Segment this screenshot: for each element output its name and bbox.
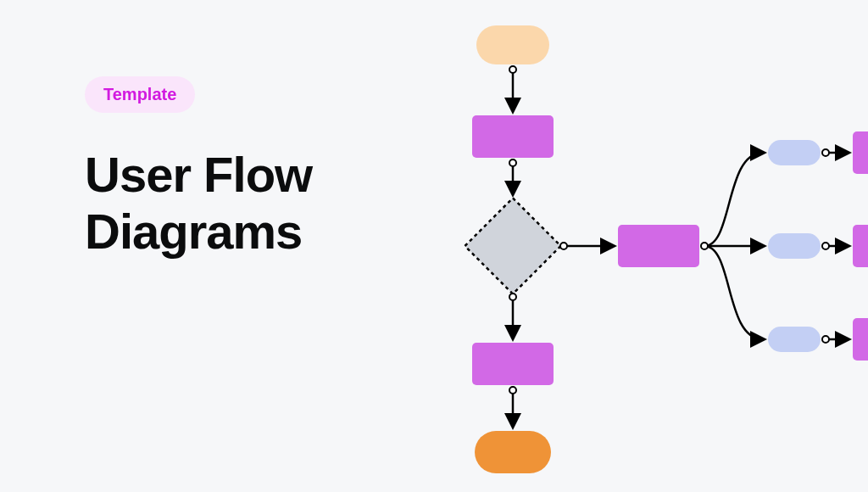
svg-point-8 (822, 336, 829, 343)
node-process-r3 (853, 318, 868, 361)
svg-point-0 (509, 66, 516, 73)
flow-diagram (0, 0, 868, 492)
svg-point-2 (509, 294, 516, 300)
node-process-1 (472, 115, 554, 158)
node-sub-3 (768, 327, 821, 352)
node-process-r2 (853, 225, 868, 267)
node-sub-2 (768, 233, 821, 259)
svg-point-3 (509, 387, 516, 394)
edge-p3-s1 (704, 153, 763, 246)
svg-point-5 (701, 243, 708, 249)
node-start (476, 25, 549, 64)
svg-point-6 (822, 149, 829, 156)
svg-point-4 (560, 243, 567, 249)
svg-point-7 (822, 243, 829, 249)
node-end (475, 431, 551, 473)
node-sub-1 (768, 140, 821, 165)
svg-point-1 (509, 159, 516, 166)
node-process-2 (472, 343, 554, 385)
node-process-3 (618, 225, 699, 267)
node-process-r1 (853, 131, 868, 174)
edge-p3-s3 (704, 246, 763, 339)
node-decision (465, 198, 560, 294)
